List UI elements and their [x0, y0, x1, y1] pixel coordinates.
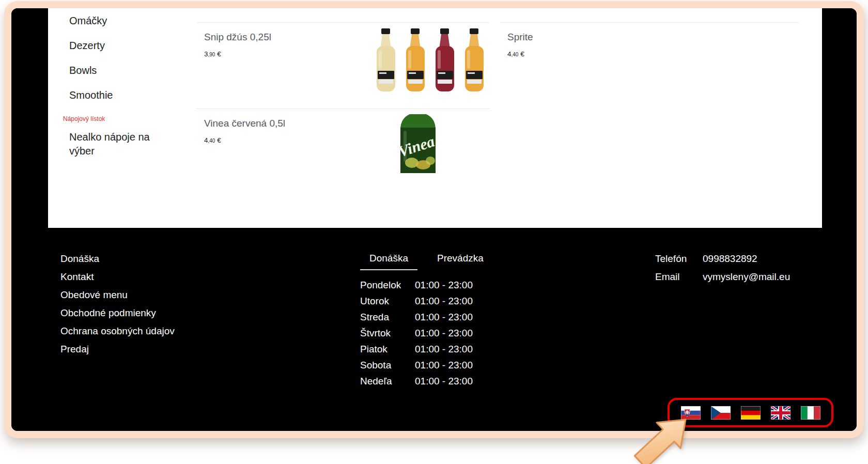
- flag-italian-icon[interactable]: [801, 406, 820, 420]
- drinks-section-label: Nápojový lístok: [63, 115, 193, 123]
- flag-czech-icon[interactable]: [711, 406, 731, 420]
- footer-link-predaj[interactable]: Predaj: [60, 343, 175, 355]
- tab-prevadzka[interactable]: Prevádzka: [428, 251, 493, 270]
- email-value[interactable]: vymysleny@mail.eu: [703, 271, 790, 283]
- footer-link-donaska[interactable]: Donáška: [60, 253, 175, 265]
- product-price: 4,40 €: [500, 43, 799, 58]
- sidebar-item-nealko-napoje[interactable]: Nealko nápoje na výber: [69, 130, 173, 158]
- time-value: 01:00 - 23:00: [415, 309, 493, 325]
- content-panel: Omáčky Dezerty Bowls Smoothie Nápojový l…: [48, 8, 822, 228]
- flag-english-icon[interactable]: [771, 406, 791, 420]
- product-row-vinea[interactable]: Vinea červená 0,5l 4,40 € Vinea: [197, 109, 489, 192]
- product-row-sprite[interactable]: Sprite 4,40 €: [500, 22, 799, 109]
- time-value: 01:00 - 23:00: [415, 293, 493, 309]
- product-name: Sprite: [500, 23, 799, 43]
- day-label: Streda: [360, 309, 415, 325]
- footer-nav: Donáška Kontakt Obedové menu Obchodné po…: [60, 253, 175, 361]
- footer-link-ochrana-udajov[interactable]: Ochrana osobných údajov: [60, 325, 175, 337]
- product-column-left: Snip džús 0,25l 3,90 €: [197, 22, 489, 192]
- tab-donaska[interactable]: Donáška: [360, 251, 417, 270]
- screenshot-frame: Omáčky Dezerty Bowls Smoothie Nápojový l…: [4, 1, 864, 438]
- opening-hours: Donáška Prevádzka Pondelok 01:00 - 23:00…: [360, 251, 493, 389]
- footer-link-kontakt[interactable]: Kontakt: [60, 271, 175, 283]
- footer-link-obedove-menu[interactable]: Obedové menu: [60, 289, 175, 301]
- hours-table: Pondelok 01:00 - 23:00 Utorok 01:00 - 23…: [360, 277, 493, 389]
- footer-link-obchodne-podmienky[interactable]: Obchodné podmienky: [60, 307, 175, 319]
- sidebar-item-bowls[interactable]: Bowls: [69, 64, 193, 77]
- day-label: Štvrtok: [360, 325, 415, 341]
- time-value: 01:00 - 23:00: [415, 341, 493, 357]
- email-label: Email: [655, 271, 703, 283]
- time-value: 01:00 - 23:00: [415, 357, 493, 373]
- day-label: Nedeľa: [360, 373, 415, 389]
- juice-bottles-image: [374, 27, 488, 92]
- product-column-right: Sprite 4,40 €: [500, 22, 799, 109]
- phone-label: Telefón: [655, 253, 703, 265]
- product-row-snip-dzus[interactable]: Snip džús 0,25l 3,90 €: [197, 22, 489, 109]
- webpage: Omáčky Dezerty Bowls Smoothie Nápojový l…: [11, 8, 857, 431]
- sidebar-item-omacky[interactable]: Omáčky: [69, 14, 193, 27]
- category-sidebar: Omáčky Dezerty Bowls Smoothie Nápojový l…: [69, 14, 193, 158]
- day-label: Piatok: [360, 341, 415, 357]
- sidebar-item-dezerty[interactable]: Dezerty: [69, 39, 193, 52]
- sidebar-item-smoothie[interactable]: Smoothie: [69, 89, 193, 102]
- phone-value: 0998832892: [703, 253, 790, 265]
- day-label: Pondelok: [360, 277, 415, 293]
- annotation-arrow-icon: [623, 398, 695, 464]
- hours-tabs: Donáška Prevádzka: [360, 251, 493, 270]
- vinea-bottle-image: Vinea: [389, 112, 447, 173]
- flag-german-icon[interactable]: [741, 406, 761, 420]
- time-value: 01:00 - 23:00: [415, 325, 493, 341]
- contact-info: Telefón 0998832892 Email vymysleny@mail.…: [655, 253, 790, 283]
- day-label: Utorok: [360, 293, 415, 309]
- time-value: 01:00 - 23:00: [415, 373, 493, 389]
- time-value: 01:00 - 23:00: [415, 277, 493, 293]
- day-label: Sobota: [360, 357, 415, 373]
